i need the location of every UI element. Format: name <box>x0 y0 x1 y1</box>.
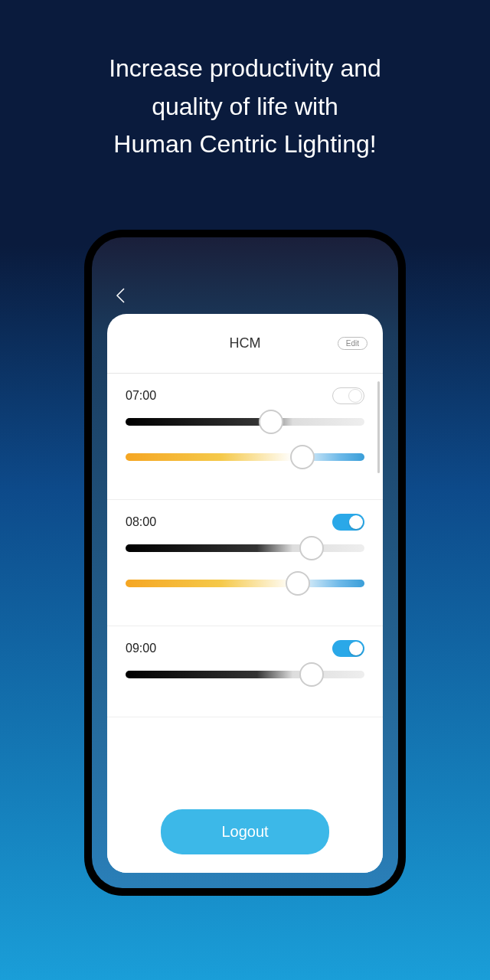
headline-line-3: Human Centric Lighting! <box>0 126 490 164</box>
card-header: HCM Edit <box>107 314 383 374</box>
chevron-left-icon <box>115 287 126 304</box>
slider-thumb-icon <box>299 662 324 687</box>
schedule-list: 07:00 08:00 <box>107 374 383 795</box>
card-title: HCM <box>230 335 261 351</box>
schedule-entry: 07:00 <box>107 374 383 500</box>
color-temp-slider[interactable] <box>126 580 364 587</box>
enable-toggle[interactable] <box>332 514 364 531</box>
schedule-time: 09:00 <box>126 642 156 655</box>
toggle-knob-icon <box>348 389 362 403</box>
schedule-time: 07:00 <box>126 389 156 403</box>
toggle-knob-icon <box>349 642 363 655</box>
logout-button[interactable]: Logout <box>161 809 329 854</box>
slider-thumb-icon <box>299 536 324 560</box>
schedule-entry: 09:00 <box>107 626 383 717</box>
toggle-knob-icon <box>349 515 363 529</box>
schedule-time: 08:00 <box>126 515 156 529</box>
phone-frame: HCM Edit 07:00 <box>84 230 406 896</box>
enable-toggle[interactable] <box>332 387 364 404</box>
slider-thumb-icon <box>259 410 283 434</box>
brightness-slider[interactable] <box>126 671 364 678</box>
back-button[interactable] <box>115 287 126 304</box>
color-temp-slider[interactable] <box>126 453 364 461</box>
scrollbar[interactable] <box>377 381 380 473</box>
phone-screen: HCM Edit 07:00 <box>92 237 398 888</box>
headline-line-1: Increase productivity and <box>0 50 490 88</box>
slider-thumb-icon <box>286 571 310 596</box>
schedule-entry: 08:00 <box>107 500 383 626</box>
settings-card: HCM Edit 07:00 <box>107 314 383 873</box>
marketing-headline: Increase productivity and quality of lif… <box>0 0 490 164</box>
brightness-slider[interactable] <box>126 418 364 426</box>
enable-toggle[interactable] <box>332 640 364 657</box>
edit-button[interactable]: Edit <box>338 337 368 350</box>
brightness-slider[interactable] <box>126 544 364 552</box>
slider-thumb-icon <box>290 445 315 469</box>
headline-line-2: quality of life with <box>0 88 490 126</box>
card-footer: Logout <box>107 795 383 873</box>
